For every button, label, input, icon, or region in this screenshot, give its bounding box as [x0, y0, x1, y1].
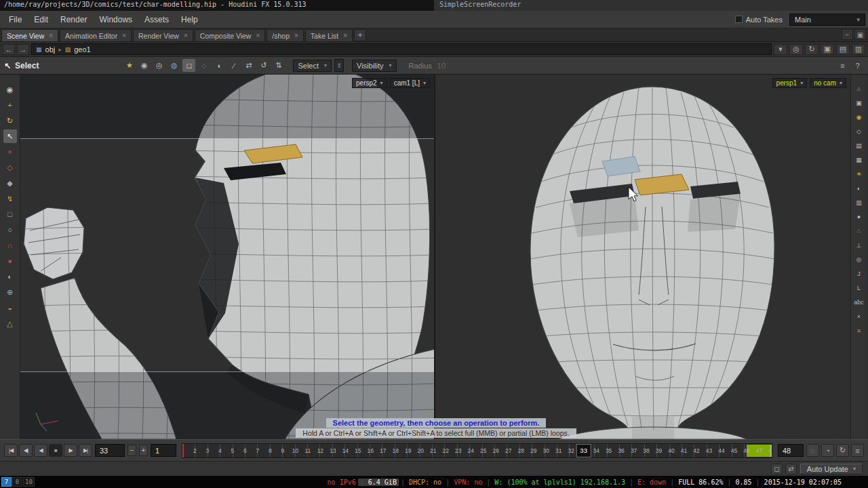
back-arrow-icon[interactable]: ←: [3, 44, 15, 55]
realtime-playback-icon[interactable]: ◔: [821, 444, 834, 457]
pane-minimize-icon[interactable]: −: [842, 29, 853, 40]
auto-takes-checkbox[interactable]: [735, 16, 743, 23]
view-tool-icon[interactable]: ◉: [3, 83, 17, 96]
selection-type-dropdown[interactable]: Select ▾: [293, 60, 332, 72]
play-button[interactable]: ▶: [64, 444, 77, 457]
update-mode-icon[interactable]: ↻: [805, 44, 818, 55]
selection-spinner-icon[interactable]: ⇕: [334, 59, 344, 72]
shade-mode-icon[interactable]: ◐: [853, 182, 865, 195]
tab-close-icon[interactable]: ×: [343, 32, 347, 39]
left-camera-menu[interactable]: persp2 ▾: [352, 78, 387, 88]
play-reverse-button[interactable]: ◀: [34, 444, 47, 457]
new-tab-button[interactable]: +: [354, 29, 366, 41]
pane-tab[interactable]: Render View ×: [133, 29, 193, 41]
menu-item[interactable]: File: [3, 13, 28, 26]
point-tool-icon[interactable]: ●: [3, 254, 17, 268]
workspace-tag[interactable]: 8: [12, 477, 22, 487]
tab-close-icon[interactable]: ×: [294, 32, 298, 39]
display-normals-icon[interactable]: ⊥: [853, 239, 865, 251]
select-tool-icon[interactable]: ↖: [3, 129, 17, 143]
previous-keyframe-button[interactable]: ◀|: [19, 444, 33, 457]
pane-tab[interactable]: Composite View ×: [195, 29, 266, 41]
right-viewport[interactable]: persp1 ▾ no cam ▾: [435, 75, 850, 439]
mirror-tool-icon[interactable]: ◐: [3, 270, 17, 283]
right-viewport-canvas[interactable]: [435, 75, 850, 439]
frame-ruler[interactable]: 33 1234567891011121314151617181920212223…: [182, 443, 772, 458]
snapshot-view-icon[interactable]: ▦: [853, 154, 865, 166]
isolate-selection-icon[interactable]: ◎: [853, 253, 865, 266]
range-start-field[interactable]: [151, 444, 176, 457]
pane-tab[interactable]: Scene View ×: [1, 29, 58, 41]
right-camera-menu[interactable]: persp1 ▾: [772, 78, 808, 88]
left-view-menu[interactable]: cam1 [L] ▾: [390, 78, 430, 88]
visible-geometry-only-icon[interactable]: ◍: [167, 59, 180, 72]
handles-tool-icon[interactable]: ×: [3, 145, 17, 159]
sphere-tool-icon[interactable]: ○: [3, 223, 17, 237]
pane-tab[interactable]: /shop ×: [267, 29, 304, 41]
character-head-mesh[interactable]: [530, 87, 774, 439]
menu-item[interactable]: Edit: [28, 13, 54, 26]
jump-to-end-button[interactable]: ▶|: [79, 444, 92, 457]
toolbar-help-icon[interactable]: ?: [851, 59, 864, 72]
world-axis-icon[interactable]: ⊕: [3, 285, 17, 299]
cook-refresh-icon[interactable]: ⇄: [785, 464, 797, 474]
lasso-pick-icon[interactable]: ◌: [197, 59, 210, 72]
timeline-zoom-icon[interactable]: ◌: [806, 444, 819, 457]
text-overlay-icon[interactable]: abc: [853, 296, 865, 308]
edit-tool-icon[interactable]: ◆: [3, 176, 17, 190]
pane-maximize-icon[interactable]: ▣: [854, 29, 866, 40]
tab-close-icon[interactable]: ×: [122, 32, 126, 39]
select-front-back-icon[interactable]: ⇄: [242, 59, 255, 72]
stop-button[interactable]: ■: [49, 444, 62, 457]
locators-display-icon[interactable]: L: [853, 282, 865, 294]
current-frame-field[interactable]: [95, 444, 125, 457]
message-log-icon[interactable]: ◻: [771, 464, 783, 474]
camera-view-icon[interactable]: ◉: [853, 111, 865, 123]
secure-selection-icon[interactable]: ★: [123, 59, 136, 72]
tab-close-icon[interactable]: ×: [256, 32, 260, 39]
loop-selection-icon[interactable]: ↺: [257, 59, 270, 72]
convert-selection-icon[interactable]: ⇅: [272, 59, 285, 72]
display-points-icon[interactable]: ∴: [853, 225, 865, 237]
right-view-menu[interactable]: no cam ▾: [810, 78, 846, 88]
stowbar-arrow-icon[interactable]: ▾: [774, 44, 787, 55]
pin-icon[interactable]: ◎: [789, 44, 803, 55]
bend-tool-icon[interactable]: ↯: [3, 192, 17, 205]
tab-close-icon[interactable]: ×: [184, 32, 188, 39]
menu-item[interactable]: Windows: [93, 13, 138, 26]
show-handles-icon[interactable]: ◉: [138, 59, 151, 72]
box-tool-icon[interactable]: □: [3, 207, 17, 221]
frame-decrement-button[interactable]: −: [127, 445, 136, 456]
toolbar-options-icon[interactable]: ≡: [836, 59, 849, 72]
workspace-tag[interactable]: 7: [1, 477, 12, 487]
range-end-field[interactable]: [778, 444, 804, 457]
paint-tool-icon[interactable]: △: [3, 317, 17, 330]
tab-close-icon[interactable]: ×: [49, 32, 53, 39]
left-viewport-canvas[interactable]: [20, 75, 435, 439]
wireframe-mode-icon[interactable]: ▥: [853, 197, 865, 209]
loop-mode-icon[interactable]: ↻: [836, 444, 849, 457]
character-profile-mesh[interactable]: [20, 75, 435, 439]
pane-layout-icon[interactable]: ▤: [836, 44, 850, 55]
magnet-tool-icon[interactable]: ∩: [3, 239, 17, 252]
auto-takes-toggle[interactable]: Auto Takes: [735, 16, 783, 24]
home-view-icon[interactable]: ⌂: [853, 83, 865, 95]
handles-display-icon[interactable]: ×: [853, 310, 865, 323]
lighting-icon[interactable]: ☀: [853, 168, 865, 180]
jump-to-start-button[interactable]: |◀: [4, 444, 18, 457]
rotate-tool-icon[interactable]: ↻: [3, 114, 17, 127]
joints-display-icon[interactable]: J: [853, 268, 865, 280]
select-groups-icon[interactable]: ◎: [153, 59, 165, 72]
snapshot-icon[interactable]: ▣: [821, 44, 834, 55]
menu-item[interactable]: Assets: [138, 13, 175, 26]
pane-tab[interactable]: Take List ×: [305, 29, 353, 41]
frame-selected-icon[interactable]: ▣: [853, 97, 865, 109]
auto-update-selector[interactable]: Auto Update ▾: [800, 464, 863, 474]
visibility-dropdown[interactable]: Visibility ▾: [352, 60, 397, 72]
frame-increment-button[interactable]: +: [139, 445, 148, 456]
menu-item[interactable]: Render: [54, 13, 93, 26]
breadcrumb-root[interactable]: obj: [45, 45, 56, 54]
workspace-tag[interactable]: 10: [23, 477, 35, 487]
split-view-icon[interactable]: ▥: [852, 44, 865, 55]
menu-item[interactable]: Help: [175, 13, 204, 26]
